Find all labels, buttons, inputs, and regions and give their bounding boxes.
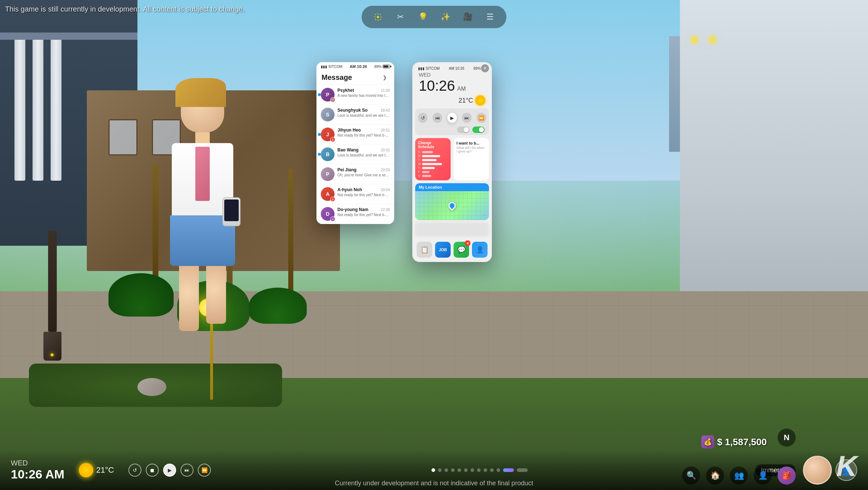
- phone-in-hand: [222, 197, 241, 226]
- exp-temperature: 21°C: [459, 97, 473, 104]
- expand-button[interactable]: ❯: [380, 73, 389, 82]
- media-rewind-button[interactable]: ↺: [418, 113, 427, 123]
- message-content-seunghyuk: Seunghyuk So 18:42 Love is beautiful, an…: [337, 108, 390, 117]
- dream-widget-sub: What will I be when I grow up?: [456, 146, 486, 153]
- prog-dot-8: [477, 468, 481, 472]
- message-item-bao[interactable]: B Bao Wang 20:02 Love is beautiful, and …: [316, 145, 394, 164]
- character-hair: [175, 78, 226, 107]
- message-preview-ahyun: Not ready for this yet? Next ti- then!: [337, 193, 390, 197]
- character-neck: [195, 132, 210, 143]
- sched-row-s1: S: [418, 150, 448, 154]
- avatar-pei: P: [321, 167, 335, 181]
- play-button[interactable]: ▶: [163, 464, 176, 477]
- message-preview-pei: Oh, you're here! Give me a se- right the…: [337, 173, 390, 177]
- sched-row-f: F: [418, 170, 448, 173]
- prog-segment-1: [503, 468, 514, 472]
- person-icon[interactable]: 👤: [754, 467, 772, 485]
- more-options-button[interactable]: ···: [482, 212, 486, 218]
- character-tie: [195, 147, 210, 201]
- message-meta-pei: Pei Jiang 20:59: [337, 167, 390, 172]
- sched-bar-t2: [422, 167, 435, 169]
- avatar-ahyun: A J: [321, 187, 335, 201]
- app-icon-job[interactable]: JOB: [435, 242, 451, 258]
- message-item-jihyun[interactable]: J J Jihyun Heo 20:51 Not ready for this …: [316, 125, 394, 145]
- message-meta-ahyun: A-hyun Noh 20:04: [337, 187, 390, 192]
- leg-right: [206, 266, 226, 324]
- message-time-seunghyuk: 18:42: [381, 108, 390, 112]
- sender-name-doyoung: Do-young Nam: [337, 207, 368, 212]
- leg-left: [179, 266, 199, 331]
- message-preview-jihyun: Not ready for this yet? Next ti- then!: [337, 133, 390, 137]
- message-item-ahyun[interactable]: A J A-hyun Noh 20:04 Not ready for this …: [316, 184, 394, 204]
- sched-row-s2: S: [418, 174, 448, 177]
- media-controls: ↺ ⏮ ▶ ⏭ ⏩: [418, 111, 486, 125]
- toggle-1[interactable]: [457, 126, 469, 133]
- inventory-icon[interactable]: 🎒: [778, 467, 796, 485]
- rewind-button[interactable]: ↺: [128, 464, 141, 477]
- column-3: [51, 36, 61, 181]
- sched-day-s2: S: [418, 174, 421, 177]
- phone-expanded-panel: ✕ ▮▮▮ SITCOM AM 10:26 89% 🔋 WED 10:26 AM…: [412, 62, 492, 262]
- toolbar-icon-menu[interactable]: ☰: [482, 9, 498, 25]
- window-grid: [694, 22, 854, 253]
- location-widget[interactable]: My Location ···: [415, 183, 489, 220]
- prog-dot-2: [438, 468, 442, 472]
- exp-weather-row: 21°C: [415, 95, 489, 108]
- message-meta-seunghyuk: Seunghyuk So 18:42: [337, 108, 390, 113]
- message-preview-psykhet: A new family has moved into t- city, meo…: [337, 94, 390, 98]
- toolbar-icon-camera[interactable]: 🎥: [460, 9, 475, 25]
- message-item-psykhet[interactable]: P 🐱 Psykhet 11:00 A new family has moved…: [316, 85, 394, 105]
- media-play-button[interactable]: ▶: [447, 113, 457, 123]
- building-lintel: [0, 33, 137, 40]
- prog-dot-1: [431, 468, 435, 472]
- app-icon-contacts[interactable]: 👤: [472, 242, 488, 258]
- avatar-seunghyuk: S: [321, 108, 335, 121]
- people-icon[interactable]: 👥: [730, 467, 748, 485]
- bottom-weather: 21°C: [79, 463, 114, 477]
- location-widget-header: My Location: [415, 183, 489, 191]
- close-expanded-button[interactable]: ✕: [481, 64, 489, 72]
- toolbar-icon-wheel[interactable]: [370, 9, 386, 25]
- message-item-seunghyuk[interactable]: S Seunghyuk So 18:42 Love is beautiful, …: [316, 105, 394, 125]
- skip-button[interactable]: ⏭: [180, 464, 193, 477]
- nav-north-button[interactable]: N: [778, 429, 796, 447]
- unread-dot: [318, 93, 321, 96]
- avatar-doyoung: D J: [321, 207, 335, 221]
- message-preview-doyoung: Not ready for this yet? Next ti- then!: [337, 213, 390, 217]
- toolbar-icon-sparkle[interactable]: ✨: [438, 9, 453, 25]
- avatar-badge-jihyun: J: [330, 137, 335, 142]
- media-prev-button[interactable]: ⏮: [433, 113, 442, 123]
- schedule-widget[interactable]: Change Schedule S M T W T F S: [415, 138, 451, 180]
- sched-bar-s1: [422, 151, 433, 153]
- phone-status-time: AM 10:26: [350, 64, 367, 69]
- message-header: Message ❯: [316, 71, 394, 85]
- message-item-doyoung[interactable]: D J Do-young Nam 22:36 Not ready for thi…: [316, 204, 394, 224]
- message-item-pei[interactable]: P Pei Jiang 20:59 Oh, you're here! Give …: [316, 164, 394, 184]
- media-next-button[interactable]: ⏭: [462, 113, 471, 123]
- sched-bar-m: [422, 155, 440, 157]
- bottom-day: WED: [11, 459, 64, 467]
- bottom-time: 10:26 AM: [11, 467, 64, 481]
- player-avatar[interactable]: [803, 456, 832, 485]
- stop-button[interactable]: ◼: [146, 464, 159, 477]
- sched-day-m: M: [418, 154, 421, 158]
- toggle-2[interactable]: [472, 126, 485, 133]
- app-icon-messages[interactable]: 💬 4: [454, 242, 469, 258]
- media-fast-forward-button[interactable]: ⏩: [477, 113, 486, 123]
- toolbar-icon-light[interactable]: 💡: [415, 9, 430, 25]
- exp-carrier: ▮▮▮ SITCOM: [418, 66, 440, 70]
- lamp-post: [43, 231, 61, 364]
- dream-widget[interactable]: I want to b... What will I be when I gro…: [454, 138, 489, 180]
- fast-forward-button[interactable]: ⏩: [198, 464, 211, 477]
- sender-name-psykhet: Psykhet: [337, 88, 354, 93]
- message-content-ahyun: A-hyun Noh 20:04 Not ready for this yet?…: [337, 187, 390, 197]
- sched-day-t1: T: [418, 158, 421, 162]
- app-icon-notes[interactable]: 📋: [417, 242, 432, 258]
- toolbar-icon-cut[interactable]: ✂: [393, 9, 408, 25]
- widget-row-1: Change Schedule S M T W T F S I want to …: [415, 138, 489, 180]
- home-icon[interactable]: 🏠: [706, 467, 724, 485]
- search-icon[interactable]: 🔍: [682, 467, 700, 485]
- messages-badge: 4: [465, 240, 471, 246]
- window-1: [109, 119, 137, 155]
- sched-day-w: W: [418, 162, 421, 166]
